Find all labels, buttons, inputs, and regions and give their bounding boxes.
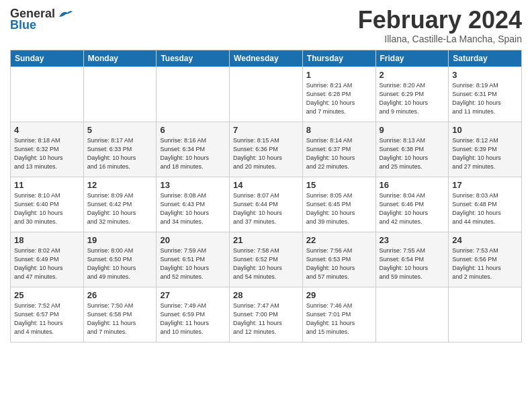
calendar-cell: 14Sunrise: 8:07 AM Sunset: 6:44 PM Dayli…: [230, 177, 303, 232]
day-info: Sunrise: 8:02 AM Sunset: 6:49 PM Dayligh…: [14, 246, 80, 281]
week-row-5: 25Sunrise: 7:52 AM Sunset: 6:57 PM Dayli…: [11, 287, 522, 342]
day-info: Sunrise: 7:53 AM Sunset: 6:56 PM Dayligh…: [452, 246, 518, 281]
day-info: Sunrise: 8:08 AM Sunset: 6:43 PM Dayligh…: [160, 191, 226, 226]
week-row-1: 1Sunrise: 8:21 AM Sunset: 6:28 PM Daylig…: [11, 66, 522, 122]
calendar-cell: 18Sunrise: 8:02 AM Sunset: 6:49 PM Dayli…: [11, 232, 84, 287]
calendar-cell: 7Sunrise: 8:15 AM Sunset: 6:36 PM Daylig…: [230, 122, 303, 177]
day-number: 4: [14, 125, 80, 135]
calendar-cell: 22Sunrise: 7:56 AM Sunset: 6:53 PM Dayli…: [302, 232, 375, 287]
calendar-cell: 17Sunrise: 8:03 AM Sunset: 6:48 PM Dayli…: [449, 177, 522, 232]
page: General Blue February 2024 Illana, Casti…: [0, 0, 532, 411]
week-row-4: 18Sunrise: 8:02 AM Sunset: 6:49 PM Dayli…: [11, 232, 522, 287]
week-row-2: 4Sunrise: 8:18 AM Sunset: 6:32 PM Daylig…: [11, 122, 522, 177]
calendar-cell: 12Sunrise: 8:09 AM Sunset: 6:42 PM Dayli…: [83, 177, 157, 232]
calendar-cell: 29Sunrise: 7:46 AM Sunset: 7:01 PM Dayli…: [302, 287, 375, 342]
day-number: 1: [306, 70, 372, 80]
calendar-cell: [449, 287, 522, 342]
day-info: Sunrise: 8:03 AM Sunset: 6:48 PM Dayligh…: [452, 191, 518, 226]
day-number: 8: [306, 125, 372, 135]
day-number: 14: [233, 180, 299, 190]
day-number: 21: [233, 235, 299, 245]
day-info: Sunrise: 7:47 AM Sunset: 7:00 PM Dayligh…: [233, 302, 299, 336]
calendar-cell: 24Sunrise: 7:53 AM Sunset: 6:56 PM Dayli…: [449, 232, 522, 287]
day-info: Sunrise: 8:10 AM Sunset: 6:40 PM Dayligh…: [14, 191, 80, 226]
calendar-cell: [375, 287, 449, 342]
calendar-cell: 10Sunrise: 8:12 AM Sunset: 6:39 PM Dayli…: [449, 122, 522, 177]
calendar-cell: 25Sunrise: 7:52 AM Sunset: 6:57 PM Dayli…: [11, 287, 84, 342]
calendar-cell: [157, 66, 230, 122]
calendar-cell: 23Sunrise: 7:55 AM Sunset: 6:54 PM Dayli…: [375, 232, 449, 287]
day-number: 17: [452, 180, 518, 190]
calendar-cell: [11, 66, 84, 122]
calendar-cell: 11Sunrise: 8:10 AM Sunset: 6:40 PM Dayli…: [11, 177, 84, 232]
header-row: SundayMondayTuesdayWednesdayThursdayFrid…: [11, 50, 522, 66]
day-info: Sunrise: 8:09 AM Sunset: 6:42 PM Dayligh…: [87, 191, 153, 226]
calendar-cell: 8Sunrise: 8:14 AM Sunset: 6:37 PM Daylig…: [302, 122, 375, 177]
day-info: Sunrise: 8:16 AM Sunset: 6:34 PM Dayligh…: [160, 136, 226, 171]
day-number: 12: [87, 180, 153, 190]
calendar-cell: [83, 66, 157, 122]
day-info: Sunrise: 8:21 AM Sunset: 6:28 PM Dayligh…: [306, 81, 372, 116]
day-number: 27: [160, 290, 226, 300]
day-number: 25: [14, 290, 80, 300]
day-number: 26: [87, 290, 153, 300]
day-number: 23: [380, 235, 445, 245]
day-number: 19: [87, 235, 153, 245]
calendar-cell: 19Sunrise: 8:00 AM Sunset: 6:50 PM Dayli…: [83, 232, 157, 287]
day-number: 22: [306, 235, 372, 245]
day-number: 11: [14, 180, 80, 190]
calendar-cell: 1Sunrise: 8:21 AM Sunset: 6:28 PM Daylig…: [302, 66, 375, 122]
location-subtitle: Illana, Castille-La Mancha, Spain: [358, 34, 522, 44]
day-info: Sunrise: 8:18 AM Sunset: 6:32 PM Dayligh…: [14, 136, 80, 171]
day-info: Sunrise: 8:15 AM Sunset: 6:36 PM Dayligh…: [233, 136, 299, 171]
day-number: 28: [233, 290, 299, 300]
logo-blue-text: Blue: [10, 18, 36, 32]
day-info: Sunrise: 7:56 AM Sunset: 6:53 PM Dayligh…: [306, 246, 372, 281]
calendar-cell: 2Sunrise: 8:20 AM Sunset: 6:29 PM Daylig…: [375, 66, 449, 122]
header: General Blue February 2024 Illana, Casti…: [10, 7, 522, 44]
month-title: February 2024: [358, 7, 522, 34]
day-number: 15: [306, 180, 372, 190]
day-info: Sunrise: 7:50 AM Sunset: 6:58 PM Dayligh…: [87, 302, 153, 336]
day-number: 16: [380, 180, 445, 190]
calendar-cell: 16Sunrise: 8:04 AM Sunset: 6:46 PM Dayli…: [375, 177, 449, 232]
day-header-friday: Friday: [375, 50, 449, 66]
day-number: 3: [452, 70, 518, 80]
day-info: Sunrise: 7:59 AM Sunset: 6:51 PM Dayligh…: [160, 246, 226, 281]
day-header-tuesday: Tuesday: [157, 50, 230, 66]
day-info: Sunrise: 8:20 AM Sunset: 6:29 PM Dayligh…: [380, 81, 445, 116]
calendar-cell: [230, 66, 303, 122]
day-number: 18: [14, 235, 80, 245]
day-info: Sunrise: 7:52 AM Sunset: 6:57 PM Dayligh…: [14, 302, 80, 336]
calendar-cell: 4Sunrise: 8:18 AM Sunset: 6:32 PM Daylig…: [11, 122, 84, 177]
day-info: Sunrise: 7:58 AM Sunset: 6:52 PM Dayligh…: [233, 246, 299, 281]
day-info: Sunrise: 7:49 AM Sunset: 6:59 PM Dayligh…: [160, 302, 226, 336]
day-number: 13: [160, 180, 226, 190]
calendar-cell: 26Sunrise: 7:50 AM Sunset: 6:58 PM Dayli…: [83, 287, 157, 342]
day-number: 20: [160, 235, 226, 245]
day-info: Sunrise: 8:00 AM Sunset: 6:50 PM Dayligh…: [87, 246, 153, 281]
day-number: 6: [160, 125, 226, 135]
day-number: 24: [452, 235, 518, 245]
day-header-wednesday: Wednesday: [230, 50, 303, 66]
day-info: Sunrise: 8:07 AM Sunset: 6:44 PM Dayligh…: [233, 191, 299, 226]
calendar-cell: 15Sunrise: 8:05 AM Sunset: 6:45 PM Dayli…: [302, 177, 375, 232]
day-number: 10: [452, 125, 518, 135]
day-info: Sunrise: 8:04 AM Sunset: 6:46 PM Dayligh…: [380, 191, 445, 226]
day-header-saturday: Saturday: [449, 50, 522, 66]
day-number: 5: [87, 125, 153, 135]
logo-bird-icon: [58, 9, 73, 19]
day-number: 2: [380, 70, 445, 80]
calendar-cell: 28Sunrise: 7:47 AM Sunset: 7:00 PM Dayli…: [230, 287, 303, 342]
day-info: Sunrise: 8:05 AM Sunset: 6:45 PM Dayligh…: [306, 191, 372, 226]
calendar-cell: 20Sunrise: 7:59 AM Sunset: 6:51 PM Dayli…: [157, 232, 230, 287]
calendar-cell: 6Sunrise: 8:16 AM Sunset: 6:34 PM Daylig…: [157, 122, 230, 177]
week-row-3: 11Sunrise: 8:10 AM Sunset: 6:40 PM Dayli…: [11, 177, 522, 232]
day-info: Sunrise: 8:14 AM Sunset: 6:37 PM Dayligh…: [306, 136, 372, 171]
calendar-cell: 3Sunrise: 8:19 AM Sunset: 6:31 PM Daylig…: [449, 66, 522, 122]
day-info: Sunrise: 8:12 AM Sunset: 6:39 PM Dayligh…: [452, 136, 518, 171]
title-block: February 2024 Illana, Castille-La Mancha…: [358, 7, 522, 44]
day-info: Sunrise: 8:13 AM Sunset: 6:38 PM Dayligh…: [380, 136, 445, 171]
day-info: Sunrise: 7:55 AM Sunset: 6:54 PM Dayligh…: [380, 246, 445, 281]
day-header-thursday: Thursday: [302, 50, 375, 66]
